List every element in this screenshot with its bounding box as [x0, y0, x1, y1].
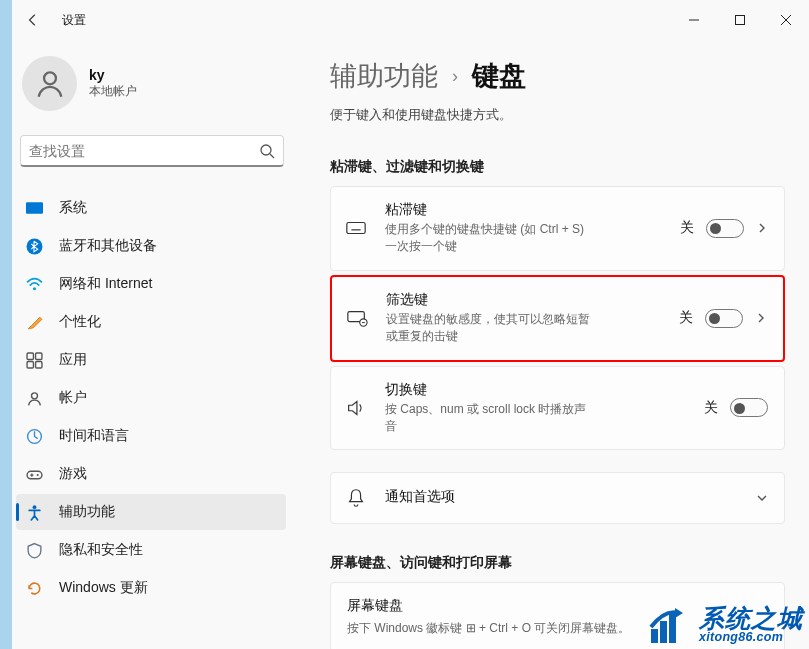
card-toggle-keys[interactable]: 切换键 按 Caps、num 或 scroll lock 时播放声音 关 [330, 366, 785, 451]
minimize-button[interactable] [671, 5, 717, 35]
accessibility-icon [26, 504, 43, 521]
breadcrumb: 辅助功能 › 键盘 [330, 58, 785, 94]
svg-rect-12 [27, 361, 33, 367]
close-button[interactable] [763, 5, 809, 35]
nav-label: 辅助功能 [59, 503, 115, 521]
breadcrumb-parent[interactable]: 辅助功能 [330, 58, 438, 94]
bluetooth-icon [26, 238, 43, 255]
nav-label: 隐私和安全性 [59, 541, 143, 559]
card-notification-prefs[interactable]: 通知首选项 [330, 472, 785, 524]
nav-system[interactable]: 系统 [16, 190, 286, 226]
card-sticky-keys[interactable]: 粘滞键 使用多个键的键盘快捷键 (如 Ctrl + S) 一次按一个键 关 [330, 186, 785, 271]
card-filter-keys[interactable]: 筛选键 设置键盘的敏感度，使其可以忽略短暂或重复的击键 关 [330, 275, 785, 362]
avatar [22, 56, 77, 111]
update-icon [26, 580, 43, 597]
nav-label: Windows 更新 [59, 579, 148, 597]
nav-label: 蓝牙和其他设备 [59, 237, 157, 255]
nav-apps[interactable]: 应用 [16, 342, 286, 378]
apps-icon [26, 352, 43, 369]
svg-line-6 [270, 154, 274, 158]
svg-point-5 [261, 145, 271, 155]
maximize-button[interactable] [717, 5, 763, 35]
svg-rect-28 [651, 629, 658, 643]
gamepad-icon [26, 466, 43, 483]
svg-point-4 [44, 72, 56, 84]
keyboard-filter-icon [346, 307, 368, 329]
bell-icon [345, 487, 367, 509]
card-desc: 按 Caps、num 或 scroll lock 时播放声音 [385, 401, 595, 436]
toggle-state: 关 [704, 399, 718, 417]
toggle-sticky-keys[interactable] [706, 219, 744, 238]
svg-rect-30 [669, 613, 676, 643]
maximize-icon [735, 15, 745, 25]
window-title: 设置 [62, 12, 86, 29]
chevron-right-icon [756, 222, 768, 234]
svg-rect-29 [660, 621, 667, 643]
search-input[interactable] [29, 143, 259, 159]
page-subtitle: 便于键入和使用键盘快捷方式。 [330, 106, 785, 124]
nav-accounts[interactable]: 帐户 [16, 380, 286, 416]
nav-personalization[interactable]: 个性化 [16, 304, 286, 340]
svg-rect-11 [36, 353, 42, 359]
svg-rect-10 [27, 353, 33, 359]
section-heading-keys: 粘滞键、过滤键和切换键 [330, 158, 785, 176]
breadcrumb-current: 键盘 [472, 58, 526, 94]
nav-windows-update[interactable]: Windows 更新 [16, 570, 286, 606]
back-button[interactable] [18, 5, 48, 35]
svg-rect-16 [27, 471, 42, 478]
svg-rect-7 [26, 202, 43, 214]
toggle-filter-keys[interactable] [705, 309, 743, 328]
chevron-down-icon [756, 492, 768, 504]
nav-label: 应用 [59, 351, 87, 369]
back-arrow-icon [26, 13, 40, 27]
svg-rect-19 [347, 223, 365, 234]
section-heading-osk: 屏幕键盘、访问键和打印屏幕 [330, 554, 785, 572]
search-box[interactable] [20, 135, 284, 167]
search-icon [259, 143, 275, 159]
nav-network[interactable]: 网络和 Internet [16, 266, 286, 302]
user-block[interactable]: ky 本地帐户 [16, 50, 296, 117]
card-title: 粘滞键 [385, 201, 680, 219]
card-desc: 设置键盘的敏感度，使其可以忽略短暂或重复的击键 [386, 311, 596, 346]
watermark-logo-icon [649, 605, 693, 645]
svg-point-14 [32, 392, 38, 398]
nav-privacy[interactable]: 隐私和安全性 [16, 532, 286, 568]
user-sub: 本地帐户 [89, 83, 137, 100]
clock-globe-icon [26, 428, 43, 445]
card-title: 筛选键 [386, 291, 679, 309]
nav-label: 帐户 [59, 389, 87, 407]
nav: 系统 蓝牙和其他设备 网络和 Internet 个性化 应用 [16, 189, 296, 607]
nav-label: 系统 [59, 199, 87, 217]
close-icon [781, 15, 791, 25]
nav-accessibility[interactable]: 辅助功能 [16, 494, 286, 530]
shield-icon [26, 542, 43, 559]
chevron-right-icon: › [452, 66, 458, 87]
svg-point-18 [33, 505, 37, 509]
nav-label: 个性化 [59, 313, 101, 331]
minimize-icon [689, 15, 699, 25]
system-icon [26, 200, 43, 217]
watermark-text: 系统之城 [699, 606, 803, 631]
user-name: ky [89, 67, 137, 83]
svg-point-17 [37, 473, 39, 475]
svg-rect-1 [736, 16, 745, 25]
card-title: 切换键 [385, 381, 704, 399]
card-title: 通知首选项 [385, 488, 756, 506]
nav-bluetooth[interactable]: 蓝牙和其他设备 [16, 228, 286, 264]
nav-label: 时间和语言 [59, 427, 129, 445]
card-desc: 按下 Windows 徽标键 ⊞ + Ctrl + O 可关闭屏幕键盘。 [347, 620, 630, 637]
svg-rect-13 [36, 361, 42, 367]
nav-time-language[interactable]: 时间和语言 [16, 418, 286, 454]
nav-gaming[interactable]: 游戏 [16, 456, 286, 492]
nav-label: 游戏 [59, 465, 87, 483]
nav-label: 网络和 Internet [59, 275, 152, 293]
card-desc: 使用多个键的键盘快捷键 (如 Ctrl + S) 一次按一个键 [385, 221, 595, 256]
main-content: 辅助功能 › 键盘 便于键入和使用键盘快捷方式。 粘滞键、过滤键和切换键 粘滞键… [300, 30, 809, 649]
toggle-state: 关 [679, 309, 693, 327]
account-icon [26, 390, 43, 407]
sidebar: ky 本地帐户 系统 蓝牙和其他设备 网络和 In [0, 30, 300, 649]
watermark-url: xitong86.com [699, 631, 803, 644]
toggle-toggle-keys[interactable] [730, 398, 768, 417]
toggle-state: 关 [680, 219, 694, 237]
chevron-right-icon [755, 312, 767, 324]
